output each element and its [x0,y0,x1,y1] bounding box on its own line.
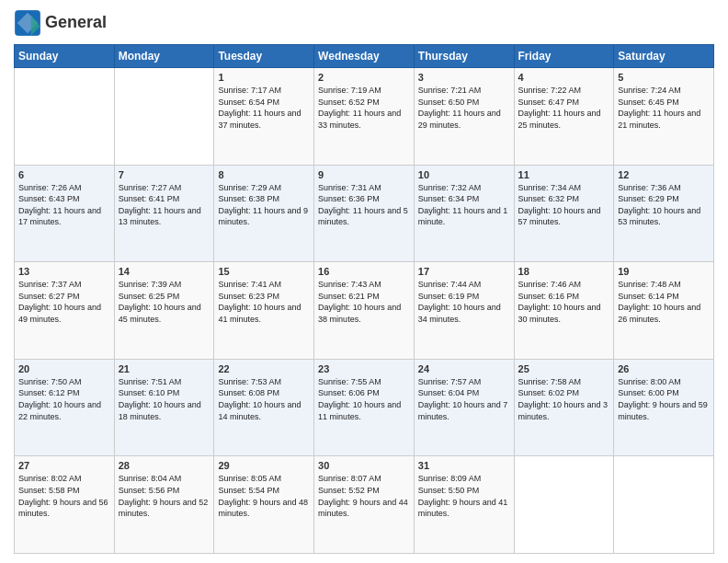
calendar-cell: 1Sunrise: 7:17 AM Sunset: 6:54 PM Daylig… [214,68,314,166]
weekday-header-tuesday: Tuesday [214,45,314,68]
day-number: 18 [518,266,610,277]
weekday-header-friday: Friday [514,45,614,68]
cell-content: Sunrise: 8:05 AM Sunset: 5:54 PM Dayligh… [218,473,310,519]
day-number: 27 [18,460,110,471]
weekday-header-row: SundayMondayTuesdayWednesdayThursdayFrid… [15,45,714,68]
calendar-cell: 30Sunrise: 8:07 AM Sunset: 5:52 PM Dayli… [314,456,415,554]
calendar-week-1: 1Sunrise: 7:17 AM Sunset: 6:54 PM Daylig… [15,68,714,166]
cell-content: Sunrise: 7:41 AM Sunset: 6:23 PM Dayligh… [218,279,310,325]
cell-content: Sunrise: 8:02 AM Sunset: 5:58 PM Dayligh… [18,473,110,519]
calendar-cell [514,456,614,554]
cell-content: Sunrise: 7:19 AM Sunset: 6:52 PM Dayligh… [318,85,410,131]
cell-content: Sunrise: 7:51 AM Sunset: 6:10 PM Dayligh… [119,376,210,422]
day-number: 12 [618,169,710,180]
logo-icon [14,9,41,37]
calendar-cell: 9Sunrise: 7:31 AM Sunset: 6:36 PM Daylig… [314,165,415,262]
cell-content: Sunrise: 7:58 AM Sunset: 6:02 PM Dayligh… [518,376,610,422]
cell-content: Sunrise: 7:50 AM Sunset: 6:12 PM Dayligh… [18,376,110,422]
day-number: 26 [618,363,710,374]
cell-content: Sunrise: 8:07 AM Sunset: 5:52 PM Dayligh… [318,473,410,519]
cell-content: Sunrise: 7:29 AM Sunset: 6:38 PM Dayligh… [218,182,310,228]
calendar-cell: 3Sunrise: 7:21 AM Sunset: 6:50 PM Daylig… [414,68,514,166]
day-number: 1 [218,72,310,83]
calendar-cell: 23Sunrise: 7:55 AM Sunset: 6:06 PM Dayli… [314,359,415,456]
day-number: 4 [518,72,610,83]
cell-content: Sunrise: 7:17 AM Sunset: 6:54 PM Dayligh… [218,85,310,131]
day-number: 11 [518,169,610,180]
day-number: 14 [119,266,210,277]
cell-content: Sunrise: 7:32 AM Sunset: 6:34 PM Dayligh… [418,182,510,228]
header: General [14,9,714,37]
calendar-cell: 8Sunrise: 7:29 AM Sunset: 6:38 PM Daylig… [214,165,314,262]
day-number: 16 [318,266,410,277]
calendar-cell: 7Sunrise: 7:27 AM Sunset: 6:41 PM Daylig… [114,165,214,262]
calendar-cell: 28Sunrise: 8:04 AM Sunset: 5:56 PM Dayli… [114,456,214,554]
calendar-cell: 26Sunrise: 8:00 AM Sunset: 6:00 PM Dayli… [614,359,714,456]
calendar-cell: 21Sunrise: 7:51 AM Sunset: 6:10 PM Dayli… [114,359,214,456]
day-number: 29 [218,460,310,471]
calendar-cell: 13Sunrise: 7:37 AM Sunset: 6:27 PM Dayli… [15,262,115,360]
calendar-week-4: 20Sunrise: 7:50 AM Sunset: 6:12 PM Dayli… [15,359,714,456]
day-number: 21 [119,363,210,374]
day-number: 15 [218,266,310,277]
calendar-table: SundayMondayTuesdayWednesdayThursdayFrid… [14,44,714,554]
weekday-header-saturday: Saturday [614,45,714,68]
calendar-cell [114,68,214,166]
cell-content: Sunrise: 7:39 AM Sunset: 6:25 PM Dayligh… [119,279,210,325]
calendar-cell: 4Sunrise: 7:22 AM Sunset: 6:47 PM Daylig… [514,68,614,166]
cell-content: Sunrise: 7:26 AM Sunset: 6:43 PM Dayligh… [18,182,110,228]
calendar-cell: 14Sunrise: 7:39 AM Sunset: 6:25 PM Dayli… [114,262,214,360]
cell-content: Sunrise: 7:44 AM Sunset: 6:19 PM Dayligh… [418,279,510,325]
weekday-header-thursday: Thursday [414,45,514,68]
calendar-cell [614,456,714,554]
calendar-week-3: 13Sunrise: 7:37 AM Sunset: 6:27 PM Dayli… [15,262,714,360]
calendar-cell: 6Sunrise: 7:26 AM Sunset: 6:43 PM Daylig… [15,165,115,262]
calendar-cell: 29Sunrise: 8:05 AM Sunset: 5:54 PM Dayli… [214,456,314,554]
cell-content: Sunrise: 7:34 AM Sunset: 6:32 PM Dayligh… [518,182,610,228]
weekday-header-monday: Monday [114,45,214,68]
day-number: 28 [119,460,210,471]
calendar-cell: 10Sunrise: 7:32 AM Sunset: 6:34 PM Dayli… [414,165,514,262]
cell-content: Sunrise: 7:55 AM Sunset: 6:06 PM Dayligh… [318,376,410,422]
cell-content: Sunrise: 8:04 AM Sunset: 5:56 PM Dayligh… [119,473,210,519]
day-number: 22 [218,363,310,374]
calendar-cell: 27Sunrise: 8:02 AM Sunset: 5:58 PM Dayli… [15,456,115,554]
weekday-header-wednesday: Wednesday [314,45,415,68]
cell-content: Sunrise: 7:57 AM Sunset: 6:04 PM Dayligh… [418,376,510,422]
day-number: 13 [18,266,110,277]
page: General SundayMondayTuesdayWednesdayThur… [0,0,728,563]
cell-content: Sunrise: 7:21 AM Sunset: 6:50 PM Dayligh… [418,85,510,131]
cell-content: Sunrise: 7:53 AM Sunset: 6:08 PM Dayligh… [218,376,310,422]
cell-content: Sunrise: 7:31 AM Sunset: 6:36 PM Dayligh… [318,182,410,228]
day-number: 6 [18,169,110,180]
day-number: 3 [418,72,510,83]
logo-text: General [45,14,107,32]
calendar-cell: 5Sunrise: 7:24 AM Sunset: 6:45 PM Daylig… [614,68,714,166]
day-number: 20 [18,363,110,374]
calendar-cell: 2Sunrise: 7:19 AM Sunset: 6:52 PM Daylig… [314,68,415,166]
day-number: 19 [618,266,710,277]
weekday-header-sunday: Sunday [15,45,115,68]
calendar-cell: 16Sunrise: 7:43 AM Sunset: 6:21 PM Dayli… [314,262,415,360]
calendar-cell: 22Sunrise: 7:53 AM Sunset: 6:08 PM Dayli… [214,359,314,456]
cell-content: Sunrise: 7:37 AM Sunset: 6:27 PM Dayligh… [18,279,110,325]
day-number: 2 [318,72,410,83]
calendar-cell: 11Sunrise: 7:34 AM Sunset: 6:32 PM Dayli… [514,165,614,262]
calendar-cell: 17Sunrise: 7:44 AM Sunset: 6:19 PM Dayli… [414,262,514,360]
cell-content: Sunrise: 8:00 AM Sunset: 6:00 PM Dayligh… [618,376,710,422]
calendar-cell: 24Sunrise: 7:57 AM Sunset: 6:04 PM Dayli… [414,359,514,456]
cell-content: Sunrise: 7:36 AM Sunset: 6:29 PM Dayligh… [618,182,710,228]
logo: General [14,9,107,37]
calendar-cell: 20Sunrise: 7:50 AM Sunset: 6:12 PM Dayli… [15,359,115,456]
calendar-cell: 25Sunrise: 7:58 AM Sunset: 6:02 PM Dayli… [514,359,614,456]
day-number: 9 [318,169,410,180]
cell-content: Sunrise: 7:48 AM Sunset: 6:14 PM Dayligh… [618,279,710,325]
day-number: 8 [218,169,310,180]
calendar-cell: 15Sunrise: 7:41 AM Sunset: 6:23 PM Dayli… [214,262,314,360]
calendar-cell: 12Sunrise: 7:36 AM Sunset: 6:29 PM Dayli… [614,165,714,262]
day-number: 25 [518,363,610,374]
day-number: 17 [418,266,510,277]
cell-content: Sunrise: 7:43 AM Sunset: 6:21 PM Dayligh… [318,279,410,325]
day-number: 30 [318,460,410,471]
day-number: 24 [418,363,510,374]
